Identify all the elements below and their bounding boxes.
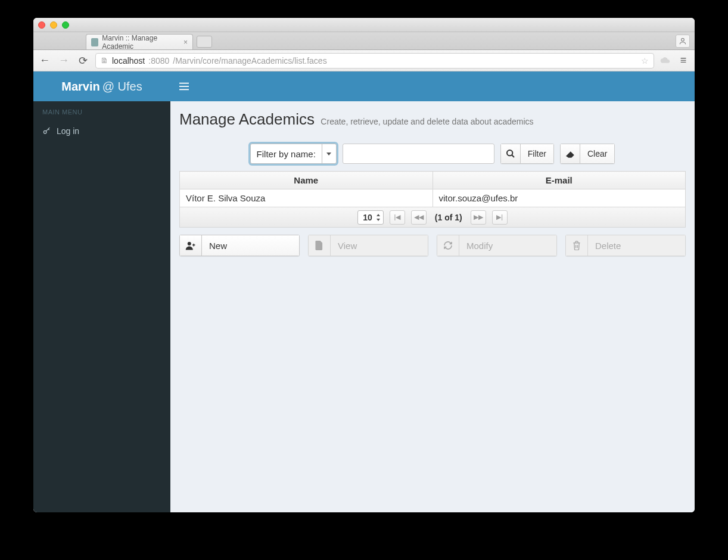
page-info: (1 of 1)	[435, 213, 462, 222]
academics-table: Name E-mail Vítor E. Silva Souza vitor.s…	[179, 171, 686, 207]
new-button-label: New	[202, 235, 300, 256]
filter-select[interactable]: Filter by name:	[250, 144, 337, 164]
filter-input[interactable]	[343, 144, 494, 164]
chevron-down-icon	[326, 153, 331, 155]
url-path: /Marvin/core/manageAcademics/list.faces	[173, 56, 326, 66]
svg-rect-2	[179, 83, 189, 84]
svg-point-0	[682, 38, 685, 41]
back-button[interactable]: ←	[38, 54, 51, 67]
sidebar-item-login[interactable]: Log in	[33, 120, 170, 142]
address-bar: ← → ⟳ 🗎 localhost:8080/Marvin/core/manag…	[33, 50, 695, 71]
tab-title: Marvin :: Manage Academic	[102, 34, 180, 51]
profile-button[interactable]	[676, 35, 690, 48]
brand[interactable]: Marvin @ Ufes	[33, 71, 170, 101]
browser-tab[interactable]: Marvin :: Manage Academic ×	[86, 34, 193, 49]
titlebar	[33, 18, 695, 32]
delete-button[interactable]: Delete	[565, 235, 686, 256]
page-size-value: 10	[363, 213, 372, 222]
view-button-label: View	[331, 235, 428, 256]
tab-bar: Marvin :: Manage Academic ×	[33, 32, 695, 50]
browser-menu-button[interactable]: ≡	[677, 54, 690, 67]
cell-name: Vítor E. Silva Souza	[180, 189, 433, 207]
page-title: Manage Academics	[179, 110, 315, 128]
modify-button-label: Modify	[459, 235, 557, 256]
browser-window: Marvin :: Manage Academic × ← → ⟳ 🗎 loca…	[33, 18, 695, 512]
svg-point-7	[188, 242, 191, 245]
page-icon: 🗎	[101, 56, 108, 65]
svg-line-6	[512, 155, 514, 157]
search-icon	[500, 144, 521, 164]
forward-button[interactable]: →	[57, 54, 70, 67]
col-name[interactable]: Name	[180, 172, 433, 189]
url-field[interactable]: 🗎 localhost:8080/Marvin/core/manageAcade…	[95, 53, 654, 69]
last-page-button[interactable]: ▶|	[492, 210, 508, 225]
menu-header: MAIN MENU	[33, 101, 170, 120]
action-row: New View Modify	[179, 235, 686, 256]
window-controls	[38, 21, 69, 29]
page-header: Manage Academics Create, retrieve, updat…	[179, 110, 686, 129]
new-button[interactable]: New	[179, 235, 300, 256]
app-root: Marvin @ Ufes MAIN MENU Log in Manage Ac…	[33, 71, 695, 512]
cloud-icon[interactable]	[660, 57, 671, 65]
sidebar: Marvin @ Ufes MAIN MENU Log in	[33, 71, 170, 512]
topbar	[170, 71, 695, 101]
paginator: 10 |◀ ◀◀ (1 of 1) ▶▶ ▶|	[179, 207, 686, 228]
filter-button-label: Filter	[521, 144, 554, 164]
url-port: :8080	[148, 56, 169, 66]
page-subtitle: Create, retrieve, update and delete data…	[321, 117, 533, 126]
table-row[interactable]: Vítor E. Silva Souza vitor.souza@ufes.br	[180, 189, 686, 207]
table-header-row: Name E-mail	[180, 172, 686, 189]
content: Manage Academics Create, retrieve, updat…	[170, 101, 695, 265]
brand-light: @ Ufes	[102, 80, 142, 94]
filter-select-label: Filter by name:	[251, 144, 322, 163]
main-panel: Manage Academics Create, retrieve, updat…	[170, 71, 695, 512]
bookmark-star-icon[interactable]: ☆	[641, 56, 649, 66]
window-minimize-button[interactable]	[50, 21, 57, 29]
prev-page-button[interactable]: ◀◀	[411, 210, 427, 225]
refresh-icon	[437, 235, 459, 256]
svg-point-5	[507, 150, 512, 155]
col-email[interactable]: E-mail	[433, 172, 686, 189]
sidebar-item-label: Log in	[57, 126, 79, 136]
reload-button[interactable]: ⟳	[76, 54, 89, 67]
eraser-icon	[560, 144, 580, 164]
delete-button-label: Delete	[588, 235, 686, 256]
clear-button[interactable]: Clear	[560, 144, 615, 164]
svg-rect-4	[179, 89, 189, 90]
file-icon	[308, 235, 331, 256]
page-size-select[interactable]: 10	[357, 210, 384, 225]
svg-rect-3	[179, 86, 189, 87]
window-maximize-button[interactable]	[62, 21, 69, 29]
clear-button-label: Clear	[580, 144, 615, 164]
filter-button[interactable]: Filter	[500, 144, 554, 164]
modify-button[interactable]: Modify	[437, 235, 557, 256]
sidebar-toggle-button[interactable]	[179, 82, 189, 91]
trash-icon	[565, 235, 588, 256]
url-host: localhost	[112, 56, 145, 66]
window-close-button[interactable]	[38, 21, 45, 29]
filter-select-caret[interactable]	[322, 144, 336, 163]
tab-close-icon[interactable]: ×	[183, 38, 188, 46]
next-page-button[interactable]: ▶▶	[471, 210, 486, 225]
first-page-button[interactable]: |◀	[390, 210, 405, 225]
filter-row: Filter by name: Filter Cle	[179, 144, 686, 164]
cell-email: vitor.souza@ufes.br	[433, 189, 686, 207]
user-plus-icon	[179, 235, 202, 256]
view-button[interactable]: View	[308, 235, 428, 256]
brand-bold: Marvin	[61, 80, 99, 94]
favicon-icon	[91, 38, 98, 46]
new-tab-button[interactable]	[197, 36, 212, 48]
key-icon	[42, 127, 51, 135]
